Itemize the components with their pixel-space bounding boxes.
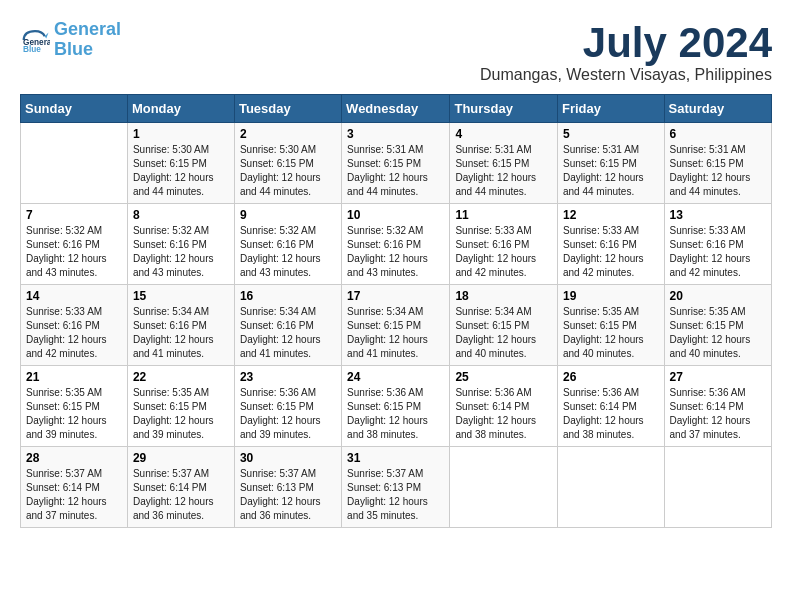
day-info: Sunrise: 5:35 AM Sunset: 6:15 PM Dayligh… <box>563 305 659 361</box>
weekday-header-cell: Wednesday <box>342 95 450 123</box>
day-number: 4 <box>455 127 552 141</box>
calendar-cell: 20Sunrise: 5:35 AM Sunset: 6:15 PM Dayli… <box>664 285 771 366</box>
day-number: 26 <box>563 370 659 384</box>
calendar-cell: 31Sunrise: 5:37 AM Sunset: 6:13 PM Dayli… <box>342 447 450 528</box>
day-number: 22 <box>133 370 229 384</box>
day-info: Sunrise: 5:35 AM Sunset: 6:15 PM Dayligh… <box>670 305 766 361</box>
logo: General Blue General Blue <box>20 20 121 60</box>
day-info: Sunrise: 5:30 AM Sunset: 6:15 PM Dayligh… <box>133 143 229 199</box>
day-number: 16 <box>240 289 336 303</box>
calendar-cell: 29Sunrise: 5:37 AM Sunset: 6:14 PM Dayli… <box>127 447 234 528</box>
calendar-body: 1Sunrise: 5:30 AM Sunset: 6:15 PM Daylig… <box>21 123 772 528</box>
calendar-cell <box>558 447 665 528</box>
svg-text:Blue: Blue <box>23 45 41 54</box>
day-info: Sunrise: 5:33 AM Sunset: 6:16 PM Dayligh… <box>563 224 659 280</box>
weekday-header-cell: Tuesday <box>234 95 341 123</box>
day-number: 1 <box>133 127 229 141</box>
day-number: 23 <box>240 370 336 384</box>
weekday-header-cell: Friday <box>558 95 665 123</box>
day-info: Sunrise: 5:32 AM Sunset: 6:16 PM Dayligh… <box>240 224 336 280</box>
day-info: Sunrise: 5:36 AM Sunset: 6:15 PM Dayligh… <box>347 386 444 442</box>
calendar-cell: 19Sunrise: 5:35 AM Sunset: 6:15 PM Dayli… <box>558 285 665 366</box>
day-number: 30 <box>240 451 336 465</box>
day-info: Sunrise: 5:31 AM Sunset: 6:15 PM Dayligh… <box>563 143 659 199</box>
day-info: Sunrise: 5:35 AM Sunset: 6:15 PM Dayligh… <box>26 386 122 442</box>
day-info: Sunrise: 5:31 AM Sunset: 6:15 PM Dayligh… <box>455 143 552 199</box>
day-number: 15 <box>133 289 229 303</box>
calendar-cell: 18Sunrise: 5:34 AM Sunset: 6:15 PM Dayli… <box>450 285 558 366</box>
calendar-week-row: 28Sunrise: 5:37 AM Sunset: 6:14 PM Dayli… <box>21 447 772 528</box>
day-number: 14 <box>26 289 122 303</box>
calendar-cell <box>450 447 558 528</box>
day-number: 12 <box>563 208 659 222</box>
calendar-cell: 1Sunrise: 5:30 AM Sunset: 6:15 PM Daylig… <box>127 123 234 204</box>
day-info: Sunrise: 5:31 AM Sunset: 6:15 PM Dayligh… <box>670 143 766 199</box>
day-info: Sunrise: 5:34 AM Sunset: 6:16 PM Dayligh… <box>133 305 229 361</box>
calendar-cell: 8Sunrise: 5:32 AM Sunset: 6:16 PM Daylig… <box>127 204 234 285</box>
weekday-header-cell: Sunday <box>21 95 128 123</box>
day-number: 9 <box>240 208 336 222</box>
day-number: 18 <box>455 289 552 303</box>
day-info: Sunrise: 5:37 AM Sunset: 6:13 PM Dayligh… <box>240 467 336 523</box>
day-info: Sunrise: 5:33 AM Sunset: 6:16 PM Dayligh… <box>26 305 122 361</box>
calendar-cell: 6Sunrise: 5:31 AM Sunset: 6:15 PM Daylig… <box>664 123 771 204</box>
day-info: Sunrise: 5:35 AM Sunset: 6:15 PM Dayligh… <box>133 386 229 442</box>
calendar-week-row: 7Sunrise: 5:32 AM Sunset: 6:16 PM Daylig… <box>21 204 772 285</box>
day-info: Sunrise: 5:36 AM Sunset: 6:14 PM Dayligh… <box>563 386 659 442</box>
day-number: 19 <box>563 289 659 303</box>
calendar-cell: 4Sunrise: 5:31 AM Sunset: 6:15 PM Daylig… <box>450 123 558 204</box>
day-info: Sunrise: 5:30 AM Sunset: 6:15 PM Dayligh… <box>240 143 336 199</box>
day-info: Sunrise: 5:36 AM Sunset: 6:15 PM Dayligh… <box>240 386 336 442</box>
calendar-cell: 27Sunrise: 5:36 AM Sunset: 6:14 PM Dayli… <box>664 366 771 447</box>
day-number: 28 <box>26 451 122 465</box>
day-number: 17 <box>347 289 444 303</box>
day-info: Sunrise: 5:33 AM Sunset: 6:16 PM Dayligh… <box>670 224 766 280</box>
calendar-cell: 24Sunrise: 5:36 AM Sunset: 6:15 PM Dayli… <box>342 366 450 447</box>
calendar-cell: 28Sunrise: 5:37 AM Sunset: 6:14 PM Dayli… <box>21 447 128 528</box>
calendar-week-row: 14Sunrise: 5:33 AM Sunset: 6:16 PM Dayli… <box>21 285 772 366</box>
day-number: 2 <box>240 127 336 141</box>
title-block: July 2024 Dumangas, Western Visayas, Phi… <box>480 20 772 84</box>
weekday-header-cell: Monday <box>127 95 234 123</box>
calendar-cell: 15Sunrise: 5:34 AM Sunset: 6:16 PM Dayli… <box>127 285 234 366</box>
calendar-cell: 22Sunrise: 5:35 AM Sunset: 6:15 PM Dayli… <box>127 366 234 447</box>
calendar-cell: 3Sunrise: 5:31 AM Sunset: 6:15 PM Daylig… <box>342 123 450 204</box>
day-number: 5 <box>563 127 659 141</box>
calendar-week-row: 21Sunrise: 5:35 AM Sunset: 6:15 PM Dayli… <box>21 366 772 447</box>
day-number: 3 <box>347 127 444 141</box>
calendar-week-row: 1Sunrise: 5:30 AM Sunset: 6:15 PM Daylig… <box>21 123 772 204</box>
calendar-table: SundayMondayTuesdayWednesdayThursdayFrid… <box>20 94 772 528</box>
month-title: July 2024 <box>480 20 772 66</box>
calendar-cell <box>664 447 771 528</box>
calendar-cell: 14Sunrise: 5:33 AM Sunset: 6:16 PM Dayli… <box>21 285 128 366</box>
day-number: 6 <box>670 127 766 141</box>
day-number: 21 <box>26 370 122 384</box>
day-info: Sunrise: 5:32 AM Sunset: 6:16 PM Dayligh… <box>26 224 122 280</box>
day-number: 13 <box>670 208 766 222</box>
calendar-cell: 26Sunrise: 5:36 AM Sunset: 6:14 PM Dayli… <box>558 366 665 447</box>
calendar-cell: 7Sunrise: 5:32 AM Sunset: 6:16 PM Daylig… <box>21 204 128 285</box>
day-info: Sunrise: 5:37 AM Sunset: 6:13 PM Dayligh… <box>347 467 444 523</box>
calendar-cell: 11Sunrise: 5:33 AM Sunset: 6:16 PM Dayli… <box>450 204 558 285</box>
day-info: Sunrise: 5:36 AM Sunset: 6:14 PM Dayligh… <box>670 386 766 442</box>
weekday-header-row: SundayMondayTuesdayWednesdayThursdayFrid… <box>21 95 772 123</box>
day-info: Sunrise: 5:31 AM Sunset: 6:15 PM Dayligh… <box>347 143 444 199</box>
calendar-cell: 12Sunrise: 5:33 AM Sunset: 6:16 PM Dayli… <box>558 204 665 285</box>
calendar-cell: 16Sunrise: 5:34 AM Sunset: 6:16 PM Dayli… <box>234 285 341 366</box>
calendar-cell <box>21 123 128 204</box>
day-number: 10 <box>347 208 444 222</box>
day-info: Sunrise: 5:34 AM Sunset: 6:15 PM Dayligh… <box>455 305 552 361</box>
calendar-cell: 13Sunrise: 5:33 AM Sunset: 6:16 PM Dayli… <box>664 204 771 285</box>
logo-icon: General Blue <box>20 25 50 55</box>
day-number: 11 <box>455 208 552 222</box>
day-number: 20 <box>670 289 766 303</box>
day-number: 29 <box>133 451 229 465</box>
day-info: Sunrise: 5:37 AM Sunset: 6:14 PM Dayligh… <box>26 467 122 523</box>
day-number: 31 <box>347 451 444 465</box>
day-info: Sunrise: 5:32 AM Sunset: 6:16 PM Dayligh… <box>133 224 229 280</box>
weekday-header-cell: Thursday <box>450 95 558 123</box>
calendar-cell: 5Sunrise: 5:31 AM Sunset: 6:15 PM Daylig… <box>558 123 665 204</box>
calendar-cell: 25Sunrise: 5:36 AM Sunset: 6:14 PM Dayli… <box>450 366 558 447</box>
day-info: Sunrise: 5:37 AM Sunset: 6:14 PM Dayligh… <box>133 467 229 523</box>
calendar-cell: 2Sunrise: 5:30 AM Sunset: 6:15 PM Daylig… <box>234 123 341 204</box>
